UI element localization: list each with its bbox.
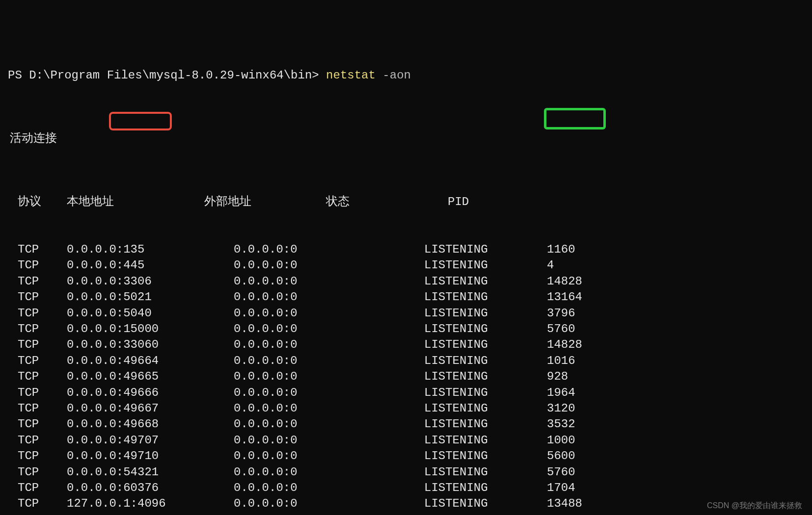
cell-proto: TCP (18, 242, 67, 258)
cell-local: 0.0.0.0:5040 (67, 306, 234, 321)
header-foreign: 外部地址 (204, 194, 326, 210)
prompt-line: PS D:\Program Files\mysql-8.0.29-winx64\… (8, 68, 804, 83)
cell-proto: TCP (18, 321, 67, 337)
cell-proto: TCP (18, 289, 67, 305)
cell-proto: TCP (18, 353, 67, 369)
cell-pid: 14828 (547, 274, 582, 289)
cell-state: LISTENING (424, 480, 547, 496)
cell-foreign: 0.0.0.0:0 (234, 448, 424, 464)
cell-foreign: 0.0.0.0:0 (234, 258, 424, 273)
table-row: TCP0.0.0.0:50210.0.0.0:0LISTENING13164 (8, 289, 804, 305)
cell-state: LISTENING (424, 401, 547, 416)
cell-pid: 4 (547, 258, 554, 273)
cell-pid: 0 (547, 512, 554, 515)
cell-proto: TCP (18, 416, 67, 432)
cell-state: LISTENING (424, 448, 547, 464)
cell-state: LISTENING (424, 242, 547, 258)
header-pid: PID (448, 194, 469, 210)
cell-local: 0.0.0.0:49666 (67, 385, 234, 401)
cell-proto: TCP (18, 274, 67, 289)
cell-pid: 3532 (547, 416, 575, 432)
table-row: TCP0.0.0.0:330600.0.0.0:0LISTENING14828 (8, 337, 804, 353)
cell-proto: TCP (18, 480, 67, 496)
cell-local: 0.0.0.0:49664 (67, 353, 234, 369)
table-row: TCP127.0.0.1:40960.0.0.0:0LISTENING13488 (8, 496, 804, 512)
header-local: 本地地址 (67, 194, 204, 210)
cell-foreign: 0.0.0.0:0 (234, 274, 424, 289)
table-row: TCP0.0.0.0:50400.0.0.0:0LISTENING3796 (8, 306, 804, 321)
cell-proto: TCP (18, 306, 67, 321)
table-row: TCP0.0.0.0:496660.0.0.0:0LISTENING1964 (8, 385, 804, 401)
cell-foreign: 0.0.0.0:0 (234, 337, 424, 353)
cell-foreign: 0.0.0.0:0 (234, 289, 424, 305)
cell-state: LISTENING (424, 258, 547, 273)
cell-foreign: 0.0.0.0:0 (234, 464, 424, 480)
cell-proto: TCP (18, 385, 67, 401)
table-row: TCP0.0.0.0:496670.0.0.0:0LISTENING3120 (8, 401, 804, 416)
header-proto: 协议 (18, 194, 67, 210)
cell-foreign: 0.0.0.0:0 (234, 480, 424, 496)
cell-local: 0.0.0.0:60376 (67, 480, 234, 496)
cell-local: 0.0.0.0:49668 (67, 416, 234, 432)
cell-proto: TCP (18, 401, 67, 416)
cell-foreign: 0.0.0.0:0 (234, 353, 424, 369)
cell-local: 0.0.0.0:54321 (67, 464, 234, 480)
cell-local: 0.0.0.0:49665 (67, 369, 234, 385)
cell-local: 0.0.0.0:49667 (67, 401, 234, 416)
cell-foreign: 0.0.0.0:0 (234, 433, 424, 448)
cell-proto: TCP (18, 258, 67, 273)
cell-local: 127.0.0.1:4096 (67, 496, 234, 512)
cell-local: 0.0.0.0:33060 (67, 337, 234, 353)
command-name: netstat (326, 69, 376, 82)
cell-state: LISTENING (424, 433, 547, 448)
table-row: TCP0.0.0.0:150000.0.0.0:0LISTENING5760 (8, 321, 804, 337)
cell-local: 0.0.0.0:445 (67, 258, 234, 273)
cell-pid: 1016 (547, 353, 575, 369)
highlight-pid-14828 (544, 108, 606, 129)
table-row: TCP0.0.0.0:496650.0.0.0:0LISTENING928 (8, 369, 804, 385)
watermark: CSDN @我的爱由谁来拯救 (707, 500, 802, 511)
cell-state: LISTENING (424, 496, 547, 512)
cell-state: TIME_WAIT (424, 512, 547, 515)
table-row: TCP0.0.0.0:497100.0.0.0:0LISTENING5600 (8, 448, 804, 464)
cell-local: 0.0.0.0:49707 (67, 433, 234, 448)
cell-foreign: 127.0.0.1:49312 (234, 512, 424, 515)
command-args: -aon (376, 69, 411, 82)
cell-foreign: 0.0.0.0:0 (234, 416, 424, 432)
cell-proto: TCP (18, 496, 67, 512)
connections-table: TCP0.0.0.0:1350.0.0.0:0LISTENING1160TCP0… (8, 242, 804, 515)
cell-local: 127.0.0.1:5021 (67, 512, 234, 515)
cell-pid: 5760 (547, 464, 575, 480)
prompt-path: PS D:\Program Files\mysql-8.0.29-winx64\… (8, 69, 326, 82)
table-row: TCP0.0.0.0:543210.0.0.0:0LISTENING5760 (8, 464, 804, 480)
cell-proto: TCP (18, 337, 67, 353)
cell-pid: 928 (547, 369, 568, 385)
cell-state: LISTENING (424, 464, 547, 480)
cell-pid: 1000 (547, 433, 575, 448)
header-state: 状态 (326, 194, 448, 210)
cell-foreign: 0.0.0.0:0 (234, 242, 424, 258)
cell-foreign: 0.0.0.0:0 (234, 401, 424, 416)
cell-pid: 5760 (547, 321, 575, 337)
cell-proto: TCP (18, 448, 67, 464)
cell-pid: 5600 (547, 448, 575, 464)
cell-local: 0.0.0.0:5021 (67, 289, 234, 305)
cell-pid: 14828 (547, 337, 582, 353)
cell-state: LISTENING (424, 369, 547, 385)
table-row: TCP0.0.0.0:1350.0.0.0:0LISTENING1160 (8, 242, 804, 258)
cell-pid: 1964 (547, 385, 575, 401)
cell-state: LISTENING (424, 416, 547, 432)
table-row: TCP0.0.0.0:496680.0.0.0:0LISTENING3532 (8, 416, 804, 432)
cell-local: 0.0.0.0:15000 (67, 321, 234, 337)
cell-state: LISTENING (424, 337, 547, 353)
cell-state: LISTENING (424, 321, 547, 337)
cell-state: LISTENING (424, 289, 547, 305)
cell-state: LISTENING (424, 353, 547, 369)
cell-local: 0.0.0.0:3306 (67, 274, 234, 289)
cell-proto: TCP (18, 464, 67, 480)
table-row: TCP0.0.0.0:4450.0.0.0:0LISTENING4 (8, 258, 804, 273)
cell-state: LISTENING (424, 306, 547, 321)
cell-local: 0.0.0.0:135 (67, 242, 234, 258)
cell-foreign: 0.0.0.0:0 (234, 385, 424, 401)
cell-proto: TCP (18, 512, 67, 515)
